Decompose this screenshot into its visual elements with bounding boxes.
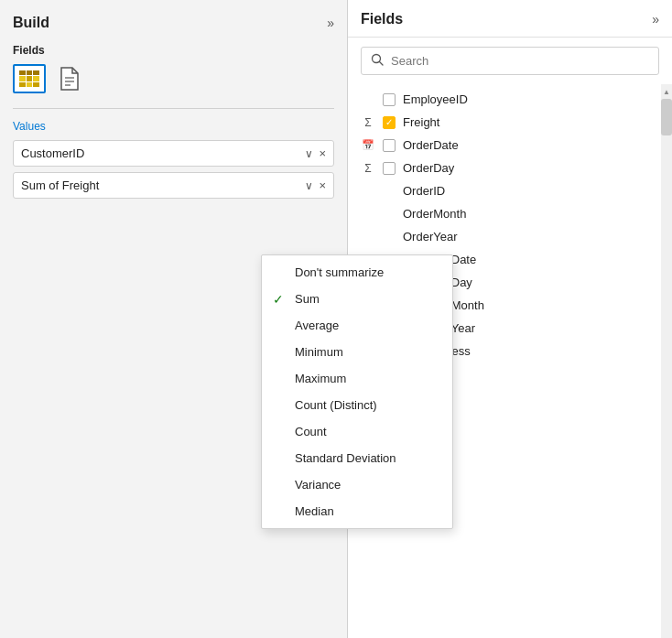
fields-section-label: Fields: [0, 40, 347, 64]
build-title: Build: [13, 15, 49, 31]
grid-cell-8: [27, 82, 33, 87]
dropdown-label-maximum: Maximum: [295, 372, 346, 385]
dropdown-label-variance: Variance: [295, 478, 341, 492]
fields-panel-header: Fields »: [348, 0, 672, 38]
type-icon-orderdate: 📅: [361, 139, 375, 151]
dropdown-item-dont-summarize[interactable]: ✓ Don't summarize: [262, 259, 452, 286]
svg-line-4: [380, 62, 384, 66]
list-item[interactable]: 📅 OrderDate: [348, 134, 672, 157]
table-icon[interactable]: [13, 64, 46, 93]
build-expand-icon[interactable]: »: [327, 16, 334, 30]
sumfreight-chevron-icon[interactable]: ∨: [305, 179, 313, 192]
summarize-dropdown: ✓ Don't summarize ✓ Sum ✓ Average ✓ Mini…: [261, 254, 453, 529]
dropdown-item-count-distinct[interactable]: ✓ Count (Distinct): [262, 392, 452, 418]
list-item[interactable]: Σ Freight: [348, 111, 672, 134]
document-icon[interactable]: [53, 64, 86, 93]
grid-cell-3: [33, 70, 39, 75]
dropdown-item-median[interactable]: ✓ Median: [262, 498, 452, 524]
table-grid: [19, 70, 39, 87]
divider: [13, 108, 334, 109]
grid-cell-5: [27, 76, 33, 81]
fields-expand-icon[interactable]: »: [652, 12, 659, 27]
dropdown-item-standard-deviation[interactable]: ✓ Standard Deviation: [262, 445, 452, 471]
list-item[interactable]: OrderMonth: [348, 202, 672, 225]
dropdown-item-count[interactable]: ✓ Count: [262, 418, 452, 445]
field-name-freight: Freight: [403, 115, 439, 129]
grid-cell-1: [19, 70, 26, 75]
scrollbar-thumb[interactable]: [661, 99, 672, 135]
checkbox-orderdate[interactable]: [383, 139, 396, 152]
sumfreight-pill-text: Sum of Freight: [21, 178, 301, 192]
checkbox-employeeid[interactable]: [383, 93, 396, 106]
field-name-ordermonth: OrderMonth: [403, 207, 466, 221]
dropdown-item-variance[interactable]: ✓ Variance: [262, 471, 452, 498]
search-icon: [371, 53, 384, 69]
search-box[interactable]: [361, 47, 659, 75]
build-panel-header: Build »: [0, 11, 347, 40]
customerid-remove-icon[interactable]: ×: [319, 146, 326, 160]
list-item[interactable]: OrderYear: [348, 225, 672, 248]
field-name-orderid: OrderID: [403, 184, 445, 198]
checkbox-freight[interactable]: [383, 116, 396, 129]
dropdown-label-median: Median: [295, 504, 334, 518]
values-label: Values: [0, 114, 347, 140]
sumfreight-pill[interactable]: Sum of Freight ∨ ×: [13, 172, 334, 199]
search-input[interactable]: [391, 54, 649, 68]
sumfreight-remove-icon[interactable]: ×: [319, 178, 326, 192]
list-item[interactable]: OrderID: [348, 179, 672, 202]
dropdown-label-sum: Sum: [295, 292, 320, 306]
customerid-chevron-icon[interactable]: ∨: [305, 147, 313, 160]
dropdown-label-dont-summarize: Don't summarize: [295, 265, 384, 279]
field-name-orderyear: OrderYear: [403, 230, 458, 243]
grid-cell-6: [33, 76, 39, 81]
dropdown-label-count-distinct: Count (Distinct): [295, 398, 377, 412]
list-item[interactable]: EmployeeID: [348, 88, 672, 111]
list-item[interactable]: Σ OrderDay: [348, 157, 672, 179]
scrollbar-track[interactable]: ▲: [661, 84, 672, 638]
dropdown-label-minimum: Minimum: [295, 345, 343, 359]
field-name-employeeid: EmployeeID: [403, 92, 468, 106]
grid-cell-4: [19, 76, 26, 81]
dropdown-item-maximum[interactable]: ✓ Maximum: [262, 365, 452, 392]
type-icon-freight: Σ: [361, 116, 375, 129]
field-name-orderdate: OrderDate: [403, 138, 459, 152]
check-sum: ✓: [273, 292, 284, 307]
type-icon-orderday: Σ: [361, 162, 375, 175]
grid-cell-9: [33, 82, 39, 87]
dropdown-label-standard-deviation: Standard Deviation: [295, 451, 396, 465]
grid-cell-7: [19, 82, 26, 87]
dropdown-label-average: Average: [295, 319, 339, 332]
customerid-pill-text: CustomerID: [21, 146, 301, 160]
dropdown-item-minimum[interactable]: ✓ Minimum: [262, 339, 452, 365]
scroll-up-button[interactable]: ▲: [661, 84, 672, 99]
fields-title: Fields: [361, 11, 403, 27]
dropdown-label-count: Count: [295, 425, 327, 438]
dropdown-item-sum[interactable]: ✓ Sum: [262, 286, 452, 312]
dropdown-item-average[interactable]: ✓ Average: [262, 312, 452, 339]
checkbox-orderday[interactable]: [383, 162, 396, 175]
customerid-pill[interactable]: CustomerID ∨ ×: [13, 140, 334, 167]
field-name-orderday: OrderDay: [403, 161, 454, 175]
grid-cell-2: [27, 70, 33, 75]
build-panel: Build » Fields: [0, 0, 348, 638]
field-type-icons-row: [0, 64, 347, 103]
